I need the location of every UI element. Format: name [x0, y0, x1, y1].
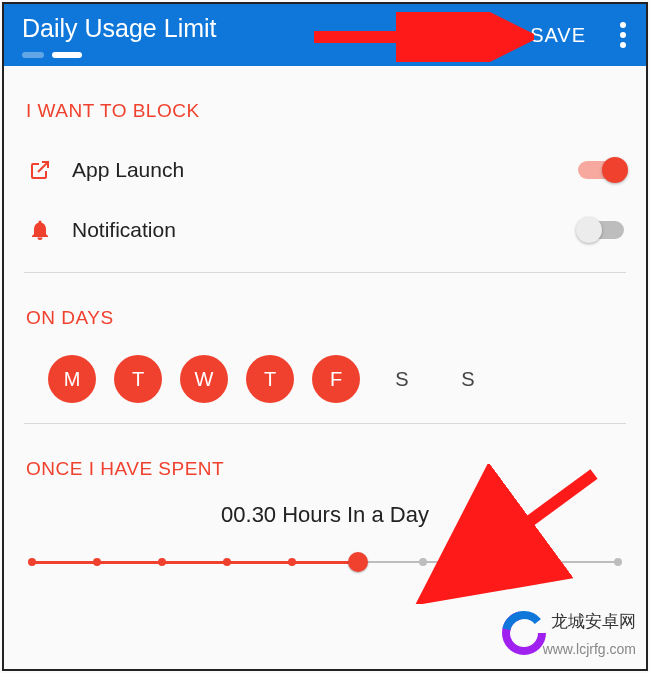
save-button[interactable]: SAVE: [530, 24, 586, 47]
slider-tick: [158, 558, 166, 566]
day-chip[interactable]: F: [312, 355, 360, 403]
slider-tick: [484, 558, 492, 566]
day-chip[interactable]: T: [114, 355, 162, 403]
section-title-days: ON DAYS: [26, 307, 624, 329]
day-chip[interactable]: M: [48, 355, 96, 403]
app-bar: Daily Usage Limit SAVE: [4, 4, 646, 66]
time-slider[interactable]: [32, 548, 618, 578]
day-selector: MTWTFSS: [26, 347, 624, 411]
slider-tick: [93, 558, 101, 566]
svg-point-2: [620, 42, 626, 48]
watermark-logo-icon: [502, 611, 546, 655]
slider-tick: [614, 558, 622, 566]
divider: [24, 423, 626, 424]
slider-tick: [288, 558, 296, 566]
watermark-text: 龙城安卓网: [551, 610, 636, 633]
row-app-launch: App Launch: [26, 140, 624, 200]
slider-thumb[interactable]: [348, 552, 368, 572]
launch-icon: [26, 156, 54, 184]
bell-icon: [26, 216, 54, 244]
toggle-app-launch[interactable]: [578, 161, 624, 179]
day-chip[interactable]: S: [378, 355, 426, 403]
svg-point-1: [620, 32, 626, 38]
page-dot: [22, 52, 44, 58]
slider-tick: [28, 558, 36, 566]
overflow-menu-button[interactable]: [620, 22, 626, 52]
page-indicator: [22, 52, 82, 58]
day-chip[interactable]: W: [180, 355, 228, 403]
day-chip[interactable]: S: [444, 355, 492, 403]
watermark-url: www.lcjrfg.com: [543, 641, 636, 657]
page-title: Daily Usage Limit: [4, 14, 217, 43]
slider-tick: [419, 558, 427, 566]
row-label: Notification: [72, 218, 578, 242]
toggle-notification[interactable]: [578, 221, 624, 239]
section-title-spent: ONCE I HAVE SPENT: [26, 458, 624, 480]
page-dot-active: [52, 52, 82, 58]
svg-point-0: [620, 22, 626, 28]
section-title-block: I WANT TO BLOCK: [26, 100, 624, 122]
time-spent-value: 00.30 Hours In a Day: [26, 502, 624, 528]
slider-tick: [223, 558, 231, 566]
day-chip[interactable]: T: [246, 355, 294, 403]
row-label: App Launch: [72, 158, 578, 182]
divider: [24, 272, 626, 273]
row-notification: Notification: [26, 200, 624, 260]
slider-tick: [549, 558, 557, 566]
